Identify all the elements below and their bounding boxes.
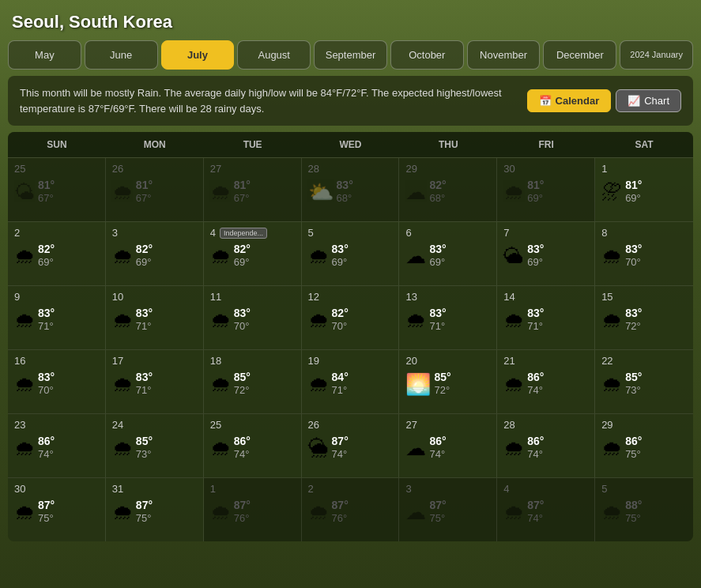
weather-area: 🌧87°75° xyxy=(112,498,197,526)
temp-high: 85° xyxy=(625,370,642,384)
calendar-button[interactable]: 📅 Calendar xyxy=(527,89,612,112)
temp-low: 74° xyxy=(527,448,544,462)
temps: 81°69° xyxy=(527,178,544,205)
month-tab-september[interactable]: September xyxy=(314,40,387,70)
cal-cell[interactable]: 18🌧85°72° xyxy=(204,350,302,413)
cal-cell[interactable]: 4Independe...🌧82°69° xyxy=(204,222,302,285)
cal-cell[interactable]: 11🌧83°70° xyxy=(204,286,302,349)
date-number: 8 xyxy=(601,227,687,239)
weather-icon: 🌧 xyxy=(210,182,231,202)
weather-icon: 🌧 xyxy=(14,374,35,394)
cal-cell[interactable]: 20🌅85°72° xyxy=(399,350,497,413)
month-tabs: MayJuneJulyAugustSeptemberOctoberNovembe… xyxy=(8,40,693,70)
temp-high: 86° xyxy=(234,434,251,448)
temps: 86°74° xyxy=(234,434,251,462)
temp-low: 69° xyxy=(136,256,153,270)
weather-area: 🌦87°74° xyxy=(308,434,393,462)
cal-cell[interactable]: 21🌧86°74° xyxy=(497,350,595,413)
temps: 87°74° xyxy=(527,498,544,526)
weather-icon: 🌧 xyxy=(14,502,35,522)
date-number: 4Independe... xyxy=(210,227,295,239)
cal-cell[interactable]: 2🌧87°76° xyxy=(302,478,400,541)
cal-cell[interactable]: 29☁82°68° xyxy=(399,158,497,221)
temp-low: 71° xyxy=(38,320,55,334)
cal-cell[interactable]: 12🌧82°70° xyxy=(302,286,400,349)
month-tab-may[interactable]: May xyxy=(8,40,81,70)
cal-cell[interactable]: 22🌧85°73° xyxy=(595,350,693,413)
date-number: 18 xyxy=(210,355,295,367)
cal-cell[interactable]: 17🌧83°71° xyxy=(106,350,204,413)
cal-cell[interactable]: 15🌧83°72° xyxy=(595,286,693,349)
month-tab-june[interactable]: June xyxy=(85,40,158,70)
cal-cell[interactable]: 6☁83°69° xyxy=(399,222,497,285)
temp-high: 83° xyxy=(332,242,349,256)
date-number: 30 xyxy=(503,163,588,175)
cal-cell[interactable]: 1🌧87°76° xyxy=(204,478,302,541)
cal-cell[interactable]: 2🌧82°69° xyxy=(8,222,106,285)
weather-icon: 🌧 xyxy=(503,182,524,202)
cal-cell[interactable]: 8🌧83°70° xyxy=(595,222,693,285)
cal-cell[interactable]: 23🌧86°74° xyxy=(8,414,106,477)
cal-cell[interactable]: 28🌧86°74° xyxy=(497,414,595,477)
temp-low: 70° xyxy=(332,320,349,334)
temp-low: 74° xyxy=(38,448,55,462)
cal-cell[interactable]: 1⛈81°69° xyxy=(595,158,693,221)
weather-area: 🌧83°71° xyxy=(405,306,490,334)
temps: 87°76° xyxy=(332,498,349,526)
temps: 85°72° xyxy=(234,370,251,398)
day-header-sun: SUN xyxy=(8,136,106,153)
weather-icon: 🌤 xyxy=(14,182,35,202)
cal-cell[interactable]: 5🌧88°75° xyxy=(595,478,693,541)
city-title: Seoul, South Korea xyxy=(8,8,693,40)
month-tab-july[interactable]: July xyxy=(161,40,235,70)
temp-low: 69° xyxy=(332,256,349,270)
cal-cell[interactable]: 13🌧83°71° xyxy=(399,286,497,349)
cal-cell[interactable]: 30🌧87°75° xyxy=(8,478,106,541)
info-text: This month will be mostly Rain. The aver… xyxy=(20,85,515,116)
cal-cell[interactable]: 25🌤81°67° xyxy=(8,158,106,221)
temp-low: 69° xyxy=(38,256,55,270)
temp-low: 75° xyxy=(429,512,446,526)
month-tab-december[interactable]: December xyxy=(543,40,616,70)
temp-high: 86° xyxy=(527,370,544,384)
cal-cell[interactable]: 10🌧83°71° xyxy=(106,286,204,349)
temps: 83°71° xyxy=(136,370,153,398)
cal-cell[interactable]: 30🌧81°69° xyxy=(497,158,595,221)
temp-low: 70° xyxy=(38,384,55,398)
cal-cell[interactable]: 3🌧82°69° xyxy=(106,222,204,285)
month-tab-november[interactable]: November xyxy=(467,40,541,70)
temps: 86°74° xyxy=(527,434,544,462)
date-number: 29 xyxy=(601,419,687,431)
month-tab-2024-january[interactable]: 2024 January xyxy=(620,40,693,70)
cal-cell[interactable]: 26🌧81°67° xyxy=(106,158,204,221)
day-header-sat: SAT xyxy=(595,136,693,153)
cal-cell[interactable]: 26🌦87°74° xyxy=(302,414,400,477)
cal-cell[interactable]: 29🌧86°75° xyxy=(595,414,693,477)
cal-cell[interactable]: 24🌧85°73° xyxy=(106,414,204,477)
month-tab-october[interactable]: October xyxy=(390,40,464,70)
cal-cell[interactable]: 27☁86°74° xyxy=(399,414,497,477)
cal-cell[interactable]: 5🌧83°69° xyxy=(302,222,400,285)
cal-cell[interactable]: 27🌧81°67° xyxy=(204,158,302,221)
cal-cell[interactable]: 3☁87°75° xyxy=(399,478,497,541)
weather-area: 🌧83°70° xyxy=(210,306,295,334)
cal-cell[interactable]: 28⛅83°68° xyxy=(302,158,400,221)
cal-cell[interactable]: 19🌧84°71° xyxy=(302,350,400,413)
temp-high: 83° xyxy=(136,370,153,384)
cal-cell[interactable]: 14🌧83°71° xyxy=(497,286,595,349)
holiday-badge: Independe... xyxy=(220,228,267,239)
month-tab-august[interactable]: August xyxy=(237,40,311,70)
weather-area: 🌧86°75° xyxy=(601,434,687,462)
weather-area: 🌧83°71° xyxy=(14,306,99,334)
cal-cell[interactable]: 16🌧83°70° xyxy=(8,350,106,413)
cal-cell[interactable]: 9🌧83°71° xyxy=(8,286,106,349)
day-headers: SUNMONTUEWEDTHUFRISAT xyxy=(8,132,693,157)
chart-button[interactable]: 📈 Chart xyxy=(616,89,681,112)
cal-cell[interactable]: 31🌧87°75° xyxy=(106,478,204,541)
weather-area: 🌧86°74° xyxy=(503,434,588,462)
calendar-rows: 25🌤81°67°26🌧81°67°27🌧81°67°28⛅83°68°29☁8… xyxy=(8,157,693,541)
cal-cell[interactable]: 4🌧87°74° xyxy=(497,478,595,541)
weather-area: 🌧86°74° xyxy=(503,370,588,398)
cal-cell[interactable]: 7🌥83°69° xyxy=(497,222,595,285)
cal-cell[interactable]: 25🌧86°74° xyxy=(204,414,302,477)
